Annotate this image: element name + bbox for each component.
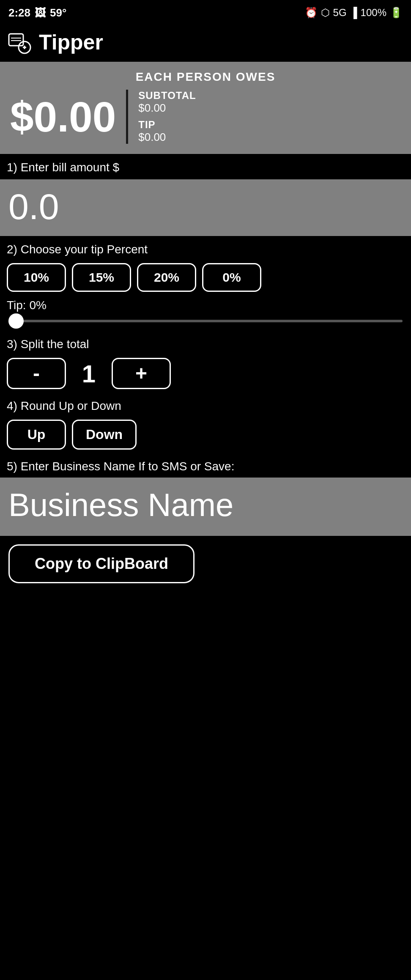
summary-breakdown: SUBTOTAL $0.00 TIP $0.00 (138, 90, 196, 144)
tip-20-button[interactable]: 20% (137, 263, 196, 292)
total-per-person: $0.00 (10, 90, 126, 144)
status-left: 2:28 🖼 59° (8, 6, 66, 19)
split-minus-button[interactable]: - (7, 358, 66, 389)
tip-percent-display: Tip: 0% (7, 299, 404, 312)
split-controls: - 1 + (7, 358, 404, 389)
subtotal-item: SUBTOTAL $0.00 (138, 90, 196, 115)
step3-label: 3) Split the total (7, 338, 404, 354)
status-bar: 2:28 🖼 59° ⏰ ⬡ 5G ▐ 100% 🔋 (0, 0, 411, 25)
subtotal-value: $0.00 (138, 102, 196, 115)
wifi-icon: ⬡ (321, 7, 330, 19)
alarm-icon: ⏰ (305, 7, 318, 19)
battery-icon: 🔋 (390, 7, 403, 19)
bill-input-area[interactable]: 0.0 (0, 179, 411, 236)
status-right: ⏰ ⬡ 5G ▐ 100% 🔋 (305, 7, 403, 19)
svg-rect-0 (9, 34, 23, 46)
slider-container[interactable] (7, 316, 404, 324)
step1-label: 1) Enter bill amount $ (0, 154, 411, 179)
business-input-area[interactable]: Business Name (0, 478, 411, 536)
network-label: 5G (333, 7, 347, 19)
split-plus-button[interactable]: + (112, 358, 171, 389)
tip-0-button[interactable]: 0% (202, 263, 261, 292)
summary-card: EACH PERSON OWES $0.00 SUBTOTAL $0.00 TI… (0, 62, 411, 154)
tip-item: TIP $0.00 (138, 119, 196, 144)
signal-icon: ▐ (350, 7, 357, 19)
round-section: 4) Round Up or Down Up Down (0, 393, 411, 454)
round-up-button[interactable]: Up (7, 420, 66, 450)
summary-body: $0.00 SUBTOTAL $0.00 TIP $0.00 (10, 90, 401, 144)
tip-10-button[interactable]: 10% (7, 263, 66, 292)
app-header: Tipper (0, 25, 411, 62)
battery-display: 100% (361, 7, 386, 19)
business-section: 5) Enter Business Name If to SMS or Save… (0, 454, 411, 478)
summary-divider (126, 90, 128, 144)
tip-summary-label: TIP (138, 119, 196, 131)
step4-label: 4) Round Up or Down (7, 399, 404, 416)
bill-display[interactable]: 0.0 (8, 185, 403, 228)
tip-section: 2) Choose your tip Percent 10% 15% 20% 0… (0, 236, 411, 331)
temperature-display: 59° (50, 6, 66, 19)
tip-15-button[interactable]: 15% (72, 263, 131, 292)
subtotal-label: SUBTOTAL (138, 90, 196, 102)
app-icon (7, 30, 32, 55)
time-display: 2:28 (8, 6, 30, 19)
step2-label: 2) Choose your tip Percent (7, 243, 404, 263)
photo-icon: 🖼 (35, 6, 46, 19)
copy-clipboard-button[interactable]: Copy to ClipBoard (8, 544, 195, 583)
business-name-display[interactable]: Business Name (8, 483, 403, 526)
step5-label: 5) Enter Business Name If to SMS or Save… (7, 460, 404, 473)
round-down-button[interactable]: Down (72, 420, 137, 450)
tip-buttons: 10% 15% 20% 0% (7, 263, 404, 292)
split-section: 3) Split the total - 1 + (0, 331, 411, 393)
split-count: 1 (76, 360, 101, 388)
tip-slider[interactable] (8, 320, 403, 322)
tip-summary-value: $0.00 (138, 131, 196, 144)
each-person-label: EACH PERSON OWES (10, 70, 401, 84)
copy-section: Copy to ClipBoard (0, 536, 411, 596)
app-title: Tipper (39, 30, 103, 55)
round-buttons: Up Down (7, 420, 404, 450)
